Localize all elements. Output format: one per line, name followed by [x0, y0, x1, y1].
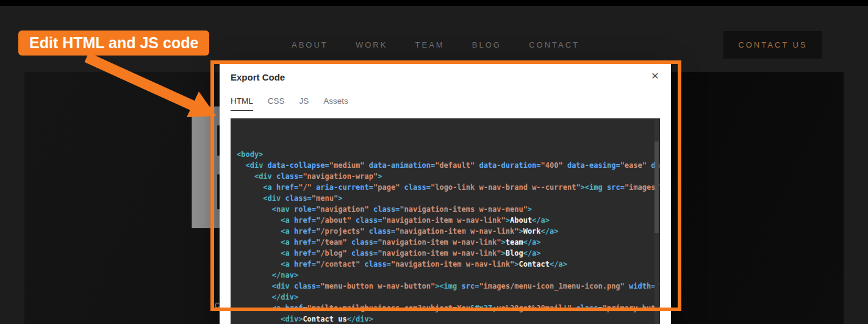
nav-link-work[interactable]: WORK — [356, 40, 387, 49]
contact-us-button[interactable]: CONTACT US — [723, 31, 822, 59]
tab-assets[interactable]: Assets — [323, 96, 348, 111]
export-code-dialog: Export Code × HTMLCSSJSAssets <body> <di… — [220, 64, 671, 324]
code-line: <a href="/contact" class="navigation-ite… — [237, 259, 654, 270]
code-line: <a href="/" aria-current="page" class="l… — [237, 182, 654, 193]
annotation-callout: Edit HTML and JS code — [18, 31, 209, 56]
modal-header: Export Code × — [220, 64, 671, 83]
close-icon[interactable]: × — [651, 69, 659, 82]
nav-link-about[interactable]: ABOUT — [292, 40, 328, 49]
nav-items: ABOUTWORKTEAMBLOGCONTACT — [292, 40, 579, 49]
code-line: <div>Contact us</div> — [237, 314, 654, 324]
code-scrollbar[interactable] — [655, 120, 659, 324]
code-panel[interactable]: <body> <div data-collapse="medium" data-… — [231, 118, 660, 324]
nav-link-blog[interactable]: BLOG — [472, 40, 501, 49]
nav-link-contact[interactable]: CONTACT — [529, 40, 579, 49]
code-line: <a href="/blog" class="navigation-item w… — [237, 248, 654, 259]
code-line: </nav> — [237, 270, 654, 281]
tab-css[interactable]: CSS — [268, 96, 285, 111]
code-line: </div> — [237, 292, 654, 303]
tab-js[interactable]: JS — [299, 96, 309, 111]
code-line: <div class="menu-button w-nav-button"><i… — [237, 281, 654, 292]
code-lines: <body> <div data-collapse="medium" data-… — [237, 149, 654, 324]
code-line: <div data-collapse="medium" data-animati… — [237, 160, 654, 171]
tab-html[interactable]: HTML — [231, 96, 253, 111]
modal-title: Export Code — [231, 72, 285, 82]
code-line: <a href="mailto:mail@business.com?subjec… — [237, 303, 654, 314]
callout-label: Edit HTML and JS code — [29, 34, 198, 51]
code-line: <a href="/about" class="navigation-item … — [237, 215, 654, 226]
code-scrollbar-thumb[interactable] — [655, 142, 659, 233]
modal-tabs: HTMLCSSJSAssets — [231, 96, 660, 111]
code-line: <div class="navigation-wrap"> — [237, 171, 654, 182]
code-line: <div class="menu"> — [237, 193, 654, 204]
code-line: <a href="/projects" class="navigation-it… — [237, 226, 654, 237]
top-strip — [0, 0, 868, 6]
code-line: <body> — [237, 149, 654, 160]
nav-link-team[interactable]: TEAM — [415, 40, 445, 49]
code-line: <nav role="navigation" class="navigation… — [237, 204, 654, 215]
app-root: { "colors": { "accent_orange": "#f57a1f"… — [0, 0, 868, 324]
code-line: <a href="/team" class="navigation-item w… — [237, 237, 654, 248]
